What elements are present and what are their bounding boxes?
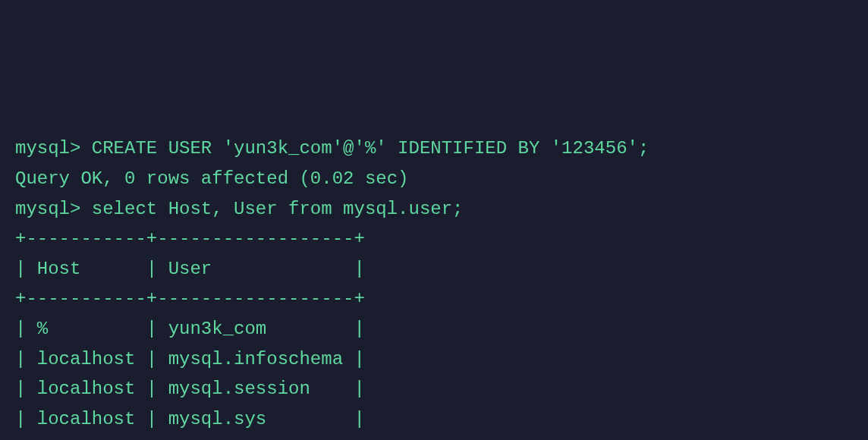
table-row: | localhost | root |	[15, 434, 853, 440]
table-header-row: | Host | User |	[15, 254, 853, 284]
table-border-mid: +-----------+------------------+	[15, 284, 853, 314]
table-border-top: +-----------+------------------+	[15, 224, 853, 254]
table-row: | % | yun3k_com |	[15, 314, 853, 344]
query-result-ok: Query OK, 0 rows affected (0.02 sec)	[15, 164, 853, 194]
table-row: | localhost | mysql.sys |	[15, 404, 853, 435]
mysql-command-select: mysql> select Host, User from mysql.user…	[15, 194, 853, 225]
mysql-command-create-user: mysql> CREATE USER 'yun3k_com'@'%' IDENT…	[15, 134, 853, 164]
table-row: | localhost | mysql.session |	[15, 374, 853, 404]
table-row: | localhost | mysql.infoschema |	[15, 344, 853, 375]
